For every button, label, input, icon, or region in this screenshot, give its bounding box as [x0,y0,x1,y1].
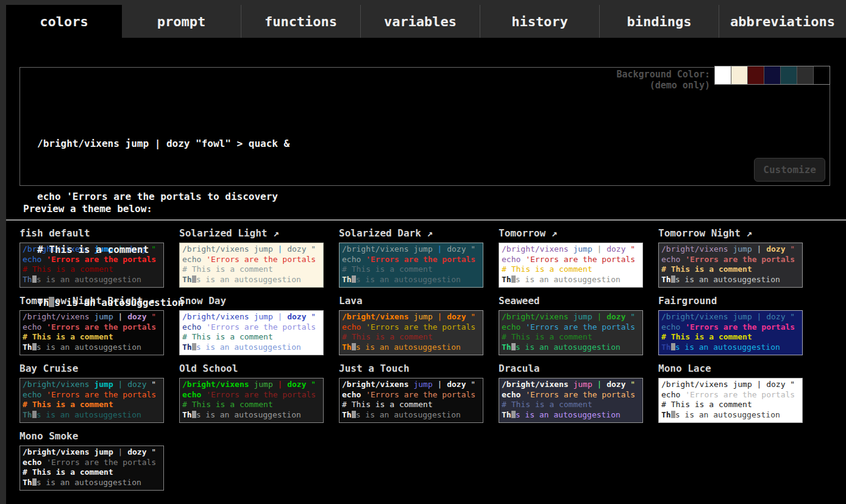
cursor-block [32,411,37,418]
sample-line-2: echo 'Errors are the portals [23,390,163,400]
sample-line-4: Ths is an autosuggestion [661,410,802,421]
background-swatch-0[interactable] [715,66,731,84]
theme-card-bay-cruise[interactable]: /bright/vixens jump | dozy "echo 'Errors… [20,378,164,423]
token-jump: jump [94,447,113,456]
background-color-label: Background Color: (demo only) [616,69,710,91]
token-dozy: dozy [127,380,146,389]
theme-card-old-school[interactable]: /bright/vixens jump | dozy "echo 'Errors… [179,378,324,423]
token-error: 'Errors are the portals [46,390,156,399]
sample-line-2: echo 'Errors are the portals [502,390,642,400]
theme-card-dracula[interactable]: /bright/vixens jump | dozy "echo 'Errors… [499,378,643,423]
background-swatch-5[interactable] [797,66,814,84]
token-comment: # This is a comment [502,400,592,409]
background-swatch-3[interactable] [764,66,781,84]
token-comment: # This is a comment [23,400,113,409]
token-pipe: | [118,380,123,389]
cursor-block [511,411,516,418]
token-quote: " [471,380,475,389]
theme-title-mono-lace: Mono Lace [658,363,803,374]
sample-line-4: Ths is an autosuggestion [23,410,163,421]
theme-card-mono-smoke[interactable]: /bright/vixens jump | dozy "echo 'Errors… [20,445,164,491]
token-pipe: | [278,380,283,389]
background-swatch-1[interactable] [731,66,748,84]
token-typed: Th [342,410,352,419]
token-echo: echo [182,390,201,399]
sample-line-2: echo 'Errors are the portals [182,390,323,400]
token-quote: " [630,380,635,389]
theme-mono-lace: Mono Lace/bright/vixens jump | dozy "ech… [658,363,803,423]
token-pipe: | [757,380,762,389]
token-comment: # This is a comment [661,400,752,409]
sample-line-3: # This is a comment [661,400,802,410]
token-quote: " [151,447,156,456]
sample-line-1: /bright/vixens jump | dozy " [182,380,323,390]
token-echo: echo [23,458,41,467]
tab-functions[interactable]: functions [241,5,361,38]
theme-title-old-school: Old School [179,363,324,374]
token-typed: Th [23,410,32,419]
sample-line-3: # This is a comment [182,400,323,410]
theme-old-school: Old School/bright/vixens jump | dozy "ec… [179,363,324,423]
token-quote: " [151,380,156,389]
token-path: /bright/vixens [23,380,90,389]
token-path: /bright/vixens [23,447,90,456]
cursor-block [49,297,54,307]
token-quote: " [311,380,316,389]
token-dozy: dozy [606,380,625,389]
theme-title-dracula: Dracula [499,363,643,374]
tab-prompt[interactable]: prompt [122,5,241,38]
theme-bay-cruise: Bay Cruise/bright/vixens jump | dozy "ec… [20,363,164,423]
token-dozy: dozy [766,380,785,389]
tab-variables[interactable]: variables [361,5,480,38]
sample-line-4: Ths is an autosuggestion [182,410,323,421]
background-swatch-6[interactable] [814,66,830,84]
sample-line-3: # This is a comment [502,400,642,410]
token-jump: jump [94,380,113,389]
terminal-demo-text: /bright/vixens jump | dozy "fowl" > quac… [20,68,830,347]
token-typed: Th [182,410,192,419]
background-color-swatches [714,66,830,85]
demo-line-quote: echo 'Errors are the portals to discover… [37,188,830,205]
token-jump: jump [254,380,272,389]
token-dozy: dozy [287,380,306,389]
token-dozy: dozy [127,447,146,456]
token-comment: # This is a comment [23,467,113,477]
cursor-block [352,411,356,418]
customize-button[interactable]: Customize [754,158,825,182]
sample-line-3: # This is a comment [342,400,483,410]
tab-bindings[interactable]: bindings [600,5,719,38]
token-autosuggestion: s is an autosuggestion [675,410,780,419]
token-pipe: | [118,447,123,456]
token-error: 'Errors are the portals [685,390,795,399]
token-typed: Th [23,478,32,487]
theme-title-mono-smoke: Mono Smoke [20,430,164,442]
theme-mono-smoke: Mono Smoke/bright/vixens jump | dozy "ec… [20,430,164,491]
theme-card-mono-lace[interactable]: /bright/vixens jump | dozy "echo 'Errors… [658,378,803,423]
token-typed: Th [661,410,671,419]
token-dozy: dozy [447,380,466,389]
token-error: 'Errors are the portals [525,390,635,399]
theme-dracula: Dracula/bright/vixens jump | dozy "echo … [499,363,643,423]
tab-abbreviations[interactable]: abbreviations [719,5,846,38]
tab-colors[interactable]: colors [6,5,122,43]
token-echo: echo [502,390,521,399]
token-path: /bright/vixens [342,380,409,389]
token-comment: # This is a comment [182,400,273,409]
sample-line-3: # This is a comment [23,467,163,478]
token-pipe: | [597,380,602,389]
token-typed: Th [502,410,511,419]
token-quote: " [790,380,795,389]
background-swatch-4[interactable] [781,66,797,84]
background-swatch-2[interactable] [748,66,764,84]
demo-line-command: /bright/vixens jump | dozy "fowl" > quac… [37,135,830,152]
sample-line-1: /bright/vixens jump | dozy " [23,380,163,390]
theme-card-just-a-touch[interactable]: /bright/vixens jump | dozy "echo 'Errors… [339,378,483,423]
colors-tab-content: Background Color: (demo only) /bright/vi… [6,38,846,504]
cursor-block [32,478,37,486]
token-jump: jump [413,380,432,389]
tab-history[interactable]: history [480,5,600,38]
token-comment: # This is a comment [342,400,433,409]
token-pipe: | [438,380,443,389]
cursor-block [192,411,196,418]
sample-line-4: Ths is an autosuggestion [23,478,163,488]
